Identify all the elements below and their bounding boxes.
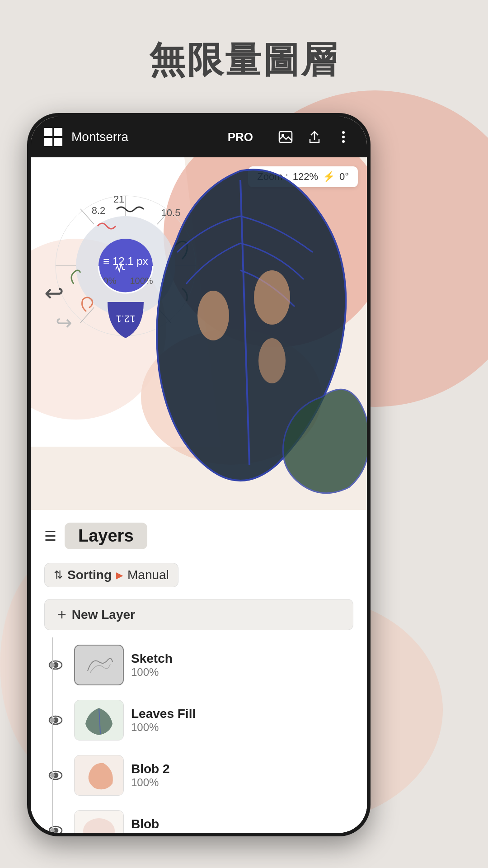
svg-rect-0 [279,132,292,142]
layer-thumb-sketch [74,645,124,685]
sort-icon: ⇅ [54,569,63,581]
canvas-area[interactable]: Zoom : 122% ⚡ 0° [31,157,367,510]
redo-button[interactable]: ↪ [56,311,72,334]
layer-name-blob2: Blob 2 [131,762,353,776]
layer-name-blob: Blob [131,817,353,831]
layer-opacity-sketch: 100% [131,666,353,679]
layer-info-sketch: Sketch 100% [131,651,353,679]
top-bar-icons [276,127,353,147]
layers-menu-icon[interactable]: ☰ [44,528,56,544]
layer-item-sketch[interactable]: Sketch 100% [35,637,362,693]
layer-thumb-leaves [74,700,124,741]
more-icon[interactable] [333,127,353,147]
sorting-row: ⇅ Sorting ▶ Manual [31,558,367,594]
svg-point-2 [342,131,345,134]
layer-connector-dot-blob [50,828,55,833]
layer-thumb-blob [74,810,124,833]
top-bar: Montserra PRO [31,117,367,157]
plus-icon: + [57,606,66,623]
layer-connector-dot-blob2 [50,773,55,778]
sorting-value: Manual [127,568,169,582]
new-layer-button[interactable]: + New Layer [44,599,353,630]
layer-eye-blob[interactable] [44,819,67,833]
layer-info-blob: Blob 100% [131,817,353,833]
layer-name-sketch: Sketch [131,651,353,666]
image-icon[interactable] [276,127,296,147]
layer-eye-blob2[interactable] [44,764,67,787]
layer-connector-blob [52,803,53,830]
svg-point-25 [258,338,286,383]
svg-point-4 [342,140,345,143]
app-title: 無限量圖層 [0,36,488,85]
layer-opacity-leaves: 100% [131,721,353,734]
sorting-arrow-icon: ▶ [116,570,123,580]
sorting-label: Sorting [67,568,112,582]
svg-line-13 [80,307,94,323]
sorting-button[interactable]: ⇅ Sorting ▶ Manual [44,563,178,587]
svg-point-24 [197,291,229,340]
new-layer-row: + New Layer [31,594,367,637]
layer-info-blob2: Blob 2 100% [131,762,353,789]
undo-button[interactable]: ↩ [44,279,64,307]
app-title-area: 無限量圖層 [0,36,488,85]
layers-title: Layers [65,523,147,549]
svg-point-23 [254,270,290,325]
pro-badge: PRO [228,130,253,144]
layer-list: Sketch 100% [31,637,367,833]
layers-panel: ☰ Layers ⇅ Sorting ▶ Manual + New Layer [31,510,367,833]
new-layer-label: New Layer [72,608,135,622]
leaf-illustration [105,157,367,510]
layer-thumb-blob2 [74,755,124,796]
layers-header: ☰ Layers [31,510,367,558]
layer-item-blob[interactable]: Blob 100% [35,803,362,833]
svg-point-34 [83,818,115,833]
layer-item-blob2[interactable]: Blob 2 100% [35,748,362,803]
layer-eye-leaves[interactable] [44,709,67,731]
layer-opacity-blob2: 100% [131,776,353,789]
share-icon[interactable] [305,127,324,147]
app-logo[interactable] [44,128,62,146]
layer-info-leaves: Leaves Fill 100% [131,707,353,734]
phone-screen: Montserra PRO [31,117,367,833]
phone-frame: Montserra PRO [27,113,371,836]
app-name: Montserra [71,130,219,144]
layer-name-leaves: Leaves Fill [131,707,353,721]
layer-eye-sketch[interactable] [44,654,67,676]
layer-opacity-blob: 100% [131,831,353,833]
svg-text:8.2: 8.2 [92,205,106,216]
layer-connector-dot-leaves [50,718,55,722]
svg-point-3 [342,136,345,138]
layer-connector-dot-sketch [50,663,55,667]
layer-item-leaves[interactable]: Leaves Fill 100% [35,693,362,748]
